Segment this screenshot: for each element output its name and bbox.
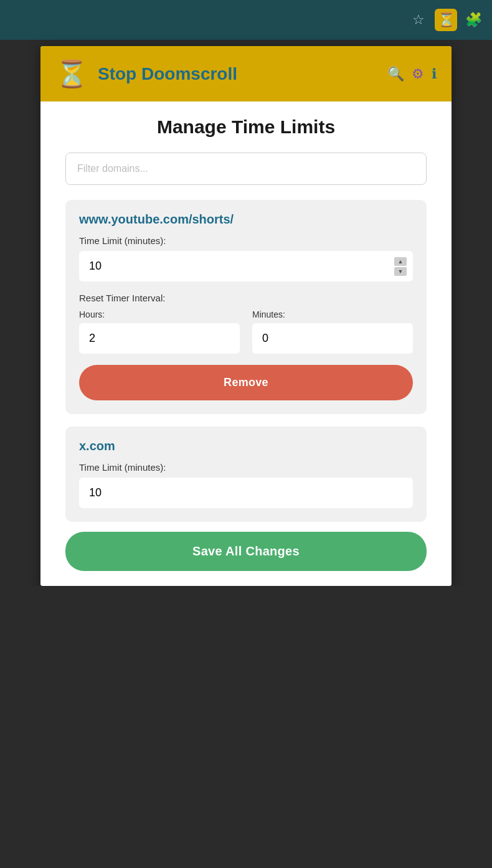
page-title: Manage Time Limits — [65, 116, 427, 138]
hours-minutes-row-youtube: Hours: Minutes: — [79, 309, 413, 354]
time-limit-spinner-youtube: ▲ ▼ — [394, 257, 407, 276]
hours-label-youtube: Hours: — [79, 309, 240, 319]
remove-button-youtube[interactable]: Remove — [79, 365, 413, 400]
spinner-up-youtube[interactable]: ▲ — [394, 257, 407, 266]
puzzle-icon[interactable]: 🧩 — [462, 9, 485, 31]
time-limit-label-x: Time Limit (minutes): — [79, 462, 413, 473]
popup-content: Manage Time Limits www.youtube.com/short… — [40, 101, 452, 522]
gear-icon[interactable]: ⚙ — [412, 66, 424, 82]
domain-url-x: x.com — [79, 439, 413, 453]
info-icon[interactable]: ℹ — [432, 66, 437, 82]
hours-group-youtube: Hours: — [79, 309, 240, 354]
filter-input[interactable] — [65, 153, 427, 185]
minutes-label-youtube: Minutes: — [252, 309, 413, 319]
header-icons: 🔍 ⚙ ℹ — [387, 66, 437, 82]
time-limit-input-x[interactable] — [79, 478, 413, 508]
dark-background-below — [0, 586, 492, 868]
time-limit-wrapper-youtube: ▲ ▼ — [79, 251, 413, 281]
domain-url-youtube: www.youtube.com/shorts/ — [79, 212, 413, 227]
minutes-group-youtube: Minutes: — [252, 309, 413, 354]
header-title: Stop Doomscroll — [98, 64, 377, 84]
minutes-input-youtube[interactable] — [252, 323, 413, 354]
header-logo-icon: ⏳ — [55, 59, 88, 89]
time-limit-label-youtube: Time Limit (minutes): — [79, 235, 413, 246]
time-limit-input-youtube[interactable] — [79, 251, 413, 281]
hours-input-youtube[interactable] — [79, 323, 240, 354]
browser-bar: ☆ ⏳ 🧩 — [0, 0, 492, 40]
search-icon[interactable]: 🔍 — [387, 66, 404, 82]
spinner-down-youtube[interactable]: ▼ — [394, 267, 407, 276]
domain-card-youtube: www.youtube.com/shorts/ Time Limit (minu… — [65, 200, 427, 414]
star-icon[interactable]: ☆ — [407, 9, 430, 31]
domain-card-x: x.com Time Limit (minutes): — [65, 427, 427, 522]
popup-header: ⏳ Stop Doomscroll 🔍 ⚙ ℹ — [40, 46, 452, 101]
save-all-button[interactable]: Save All Changes — [65, 532, 427, 571]
hourglass-icon[interactable]: ⏳ — [435, 9, 457, 31]
save-section: Save All Changes — [40, 522, 452, 586]
reset-label-youtube: Reset Timer Interval: — [79, 293, 413, 303]
popup-container: ⏳ Stop Doomscroll 🔍 ⚙ ℹ Manage Time Limi… — [40, 46, 452, 586]
